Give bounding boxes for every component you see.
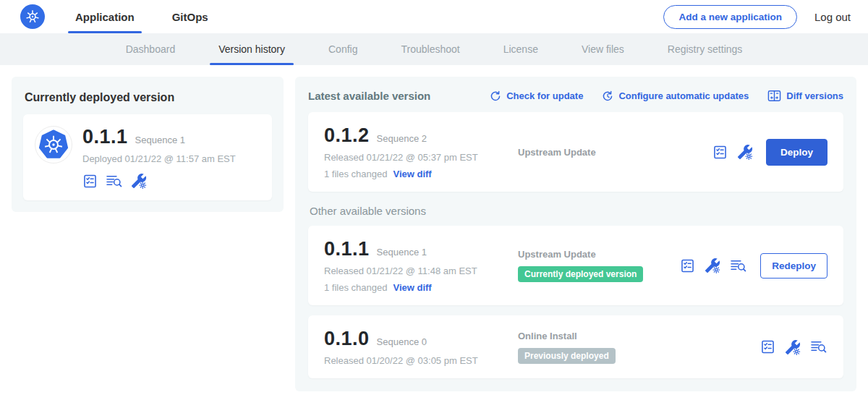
files-changed-label: 1 files changed (324, 169, 387, 179)
currently-deployed-title: Currently deployed version (25, 91, 271, 104)
released-timestamp: Released 01/21/22 @ 05:37 pm EST (324, 152, 506, 163)
checklist-icon[interactable] (712, 145, 728, 160)
view-diff-link[interactable]: View diff (393, 282, 431, 293)
released-timestamp: Released 01/21/22 @ 11:48 am EST (324, 265, 506, 276)
refresh-icon (490, 90, 501, 102)
version-source-label: Upstream Update (518, 249, 680, 260)
version-card: 0.1.0 Sequence 0 Released 01/20/22 @ 03:… (308, 315, 843, 378)
released-timestamp: Released 01/20/22 @ 03:05 pm EST (324, 355, 506, 366)
checklist-icon[interactable] (760, 339, 775, 354)
sequence-label: Sequence 0 (377, 336, 427, 347)
app-logo (35, 126, 72, 163)
sequence-label: Sequence 2 (377, 133, 427, 144)
deployed-timestamp: Deployed 01/21/22 @ 11:57 am EST (82, 153, 236, 164)
deployed-card-actions (82, 173, 236, 189)
logs-icon[interactable] (810, 340, 827, 354)
kubernetes-logo (20, 4, 45, 29)
configure-automatic-updates-link[interactable]: Configure automatic updates (602, 90, 749, 102)
latest-version-container: 0.1.2 Sequence 2 Released 01/21/22 @ 05:… (308, 112, 843, 192)
add-application-button[interactable]: Add a new application (663, 5, 797, 29)
version-card-actions (760, 339, 827, 355)
version-number: 0.1.1 (324, 238, 370, 260)
version-history-panel: Latest available version Check for updat… (295, 77, 856, 391)
subnav-tab-config[interactable]: Config (307, 33, 379, 65)
version-source-label: Online Install (518, 331, 760, 341)
subnav-tab-license[interactable]: License (482, 33, 560, 65)
logs-icon[interactable] (730, 259, 747, 273)
diff-icon (767, 90, 781, 102)
config-icon[interactable] (737, 144, 753, 160)
other-versions-container: 0.1.1 Sequence 1 Released 01/21/22 @ 11:… (308, 226, 843, 378)
logout-button[interactable]: Log out (814, 11, 851, 23)
other-versions-heading: Other available versions (310, 205, 842, 217)
version-number: 0.1.2 (324, 124, 370, 147)
config-icon[interactable] (131, 173, 147, 189)
configure-automatic-updates-label: Configure automatic updates (618, 90, 749, 101)
sequence-label: Sequence 1 (377, 247, 427, 258)
version-card-actions (712, 144, 753, 160)
version-number: 0.1.0 (324, 328, 370, 350)
check-for-update-label: Check for update (506, 90, 583, 101)
subnav-tab-dashboard[interactable]: Dashboard (104, 33, 197, 65)
deployed-version-number: 0.1.1 (82, 126, 128, 148)
tab-application[interactable]: Application (72, 0, 137, 33)
check-for-update-link[interactable]: Check for update (490, 90, 583, 102)
subnav-tab-troubleshoot[interactable]: Troubleshoot (379, 33, 481, 65)
checklist-icon[interactable] (82, 174, 98, 189)
app-tabs: Application GitOps (72, 0, 243, 33)
version-card: 0.1.1 Sequence 1 Released 01/21/22 @ 11:… (308, 226, 843, 305)
logs-icon[interactable] (106, 174, 123, 188)
deployed-sequence-label: Sequence 1 (135, 135, 185, 145)
status-badge: Currently deployed version (518, 266, 643, 282)
redeploy-button[interactable]: Redeploy (760, 253, 827, 279)
diff-versions-label: Diff versions (786, 90, 843, 101)
files-changed-label: 1 files changed (324, 282, 387, 293)
subnav-tab-registry-settings[interactable]: Registry settings (646, 33, 764, 65)
app-subnav: Dashboard Version history Config Trouble… (0, 33, 868, 65)
config-icon[interactable] (705, 258, 720, 273)
status-badge: Previously deployed (518, 348, 616, 364)
deployed-version-card: 0.1.1 Sequence 1 Deployed 01/21/22 @ 11:… (23, 114, 272, 200)
currently-deployed-panel: Currently deployed version (12, 77, 284, 212)
version-card: 0.1.2 Sequence 2 Released 01/21/22 @ 05:… (308, 112, 843, 192)
latest-version-heading: Latest available version (308, 90, 430, 102)
subnav-tab-version-history[interactable]: Version history (197, 33, 307, 65)
tab-gitops[interactable]: GitOps (169, 0, 211, 33)
checklist-icon[interactable] (680, 258, 695, 273)
schedule-icon (602, 90, 613, 102)
kubernetes-heptagon-icon (38, 129, 69, 160)
diff-versions-link[interactable]: Diff versions (767, 90, 843, 102)
version-card-actions (680, 258, 747, 273)
config-icon[interactable] (785, 339, 801, 355)
deploy-button[interactable]: Deploy (766, 139, 827, 166)
kubernetes-wheel-icon (23, 7, 42, 26)
version-source-label: Upstream Update (518, 147, 712, 158)
view-diff-link[interactable]: View diff (393, 169, 431, 179)
top-header: Application GitOps Add a new application… (0, 0, 868, 33)
subnav-tab-view-files[interactable]: View files (560, 33, 646, 65)
